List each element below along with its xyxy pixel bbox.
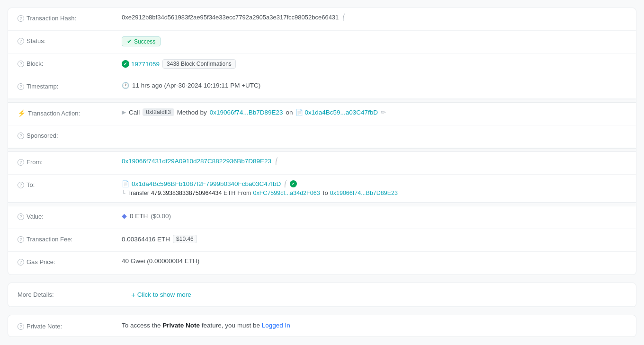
sponsored-label: ? Sponsored: [18, 131, 122, 139]
from-address-link[interactable]: 0x19066f7431df29A0910d287C8822936Bb7D89E… [122, 158, 271, 165]
timestamp-label: ? Timestamp: [18, 82, 122, 90]
transfer-row: └ Transfer 479.393838338750964434 ETH Fr… [122, 190, 398, 196]
block-value-col: ✔ 19771059 3438 Block Confirmations [122, 59, 626, 69]
eth-diamond-icon: ◆ [122, 212, 127, 220]
transfer-to-address-link[interactable]: 0x19066f74...Bb7D89E23 [330, 190, 398, 196]
more-details-link[interactable]: + Click to show more [131, 291, 191, 299]
transaction-hash-label: ? Transaction Hash: [18, 14, 122, 22]
to-verified-icon: ✔ [290, 180, 297, 187]
value-label: ? Value: [18, 212, 122, 220]
block-row: ? Block: ✔ 19771059 3438 Block Confirmat… [8, 53, 636, 76]
private-note-label: ? Private Note: [18, 322, 122, 330]
transaction-action-label: ⚡ Transaction Action: [18, 108, 122, 117]
transaction-action-value-col: ▶ Call 0xf2afdff3 Method by 0x19066f74..… [122, 108, 626, 116]
private-note-card: ? Private Note: To access the Private No… [8, 315, 636, 337]
transaction-hash-row: ? Transaction Hash: 0xe2912b8bf34d561983… [8, 8, 636, 31]
from-label: ? From: [18, 158, 122, 166]
more-details-card: More Details: + Click to show more [8, 283, 636, 307]
gas-price-row: ? Gas Price: 40 Gwei (0.00000004 ETH) [8, 252, 636, 274]
help-icon-sponsored[interactable]: ? [18, 133, 24, 139]
help-icon-gas[interactable]: ? [18, 259, 24, 265]
help-icon-status[interactable]: ? [18, 38, 24, 44]
method-badge: 0xf2afdff3 [143, 108, 174, 116]
to-label: ? To: [18, 180, 122, 188]
timestamp-row: ? Timestamp: 🕐 11 hrs ago (Apr-30-2024 1… [8, 76, 636, 99]
from-value-col: 0x19066f7431df29A0910d287C8822936Bb7D89E… [122, 158, 626, 165]
contract-address-link[interactable]: 0x1da4Bc59...a03C47fbD [304, 109, 378, 116]
timestamp-value-col: 🕐 11 hrs ago (Apr-30-2024 10:19:11 PM +U… [122, 82, 626, 89]
value-row: ? Value: ◆ 0 ETH ($0.00) [8, 206, 636, 229]
separator-2 [8, 148, 636, 152]
private-note-value-col: To access the Private Note feature, you … [122, 322, 626, 329]
more-details-row: More Details: + Click to show more [8, 283, 636, 307]
method-by-address-link[interactable]: 0x19066f74...Bb7D89E23 [210, 109, 283, 116]
contract-doc-icon: 📄 [295, 109, 303, 116]
to-address-line: 📄 0x1da4Bc596BFb1087f2F7999b0340Fcba03C4… [122, 180, 398, 187]
status-label: ? Status: [18, 36, 122, 44]
value-value-col: ◆ 0 ETH ($0.00) [122, 212, 626, 220]
status-badge: ✔ Success [122, 36, 161, 46]
to-address-link[interactable]: 0x1da4Bc596BFb1087f2F7999b0340Fcba03C47f… [132, 180, 281, 187]
transfer-arrow-icon: └ [122, 190, 125, 196]
clock-icon: 🕐 [122, 82, 129, 89]
private-note-row: ? Private Note: To access the Private No… [8, 315, 636, 336]
transaction-fee-row: ? Transaction Fee: 0.00364416 ETH $10.46 [8, 229, 636, 252]
more-details-label: More Details: [18, 291, 122, 298]
transaction-fee-value-col: 0.00364416 ETH $10.46 [122, 235, 626, 243]
to-address-container: 📄 0x1da4Bc596BFb1087f2F7999b0340Fcba03C4… [122, 180, 398, 196]
separator-3 [8, 203, 636, 206]
edit-icon[interactable]: ✏ [381, 109, 386, 116]
to-row: ? To: 📄 0x1da4Bc596BFb1087f2F7999b0340Fc… [8, 175, 636, 203]
help-icon-to[interactable]: ? [18, 182, 24, 188]
copy-to-icon[interactable]: ⎛ [284, 180, 287, 187]
block-verified-icon: ✔ [122, 60, 129, 68]
logged-in-link[interactable]: Logged In [262, 322, 290, 329]
from-row: ? From: 0x19066f7431df29A0910d287C882293… [8, 152, 636, 175]
block-label: ? Block: [18, 59, 122, 67]
call-arrow-icon: ▶ [122, 109, 126, 115]
gas-price-label: ? Gas Price: [18, 257, 122, 265]
sponsored-row: ? Sponsored: [8, 125, 636, 148]
copy-from-icon[interactable]: ⎛ [275, 158, 278, 165]
help-icon-hash[interactable]: ? [18, 15, 24, 22]
transfer-from-address-link[interactable]: 0xFC7599cf...a34d2F063 [253, 190, 320, 196]
check-icon: ✔ [127, 38, 132, 45]
contract-doc-icon-to: 📄 [122, 180, 129, 187]
copy-hash-icon[interactable]: ⎛ [342, 14, 346, 21]
help-icon-from[interactable]: ? [18, 159, 24, 166]
help-icon-block[interactable]: ? [18, 61, 24, 67]
help-icon-value[interactable]: ? [18, 213, 24, 220]
transaction-fee-label: ? Transaction Fee: [18, 235, 122, 243]
block-confirmations-badge: 3438 Block Confirmations [162, 59, 236, 69]
lightning-icon: ⚡ [18, 109, 26, 117]
to-value-col: 📄 0x1da4Bc596BFb1087f2F7999b0340Fcba03C4… [122, 180, 626, 196]
gas-price-value-col: 40 Gwei (0.00000004 ETH) [122, 257, 626, 265]
transaction-hash-value-col: 0xe2912b8bf34d561983f2ae95f34e33ecc7792a… [122, 14, 626, 21]
help-icon-timestamp[interactable]: ? [18, 83, 24, 90]
block-number-link[interactable]: 19771059 [131, 61, 160, 68]
transaction-hash-value: 0xe2912b8bf34d561983f2ae95f34e33ecc7792a… [122, 14, 339, 21]
help-icon-private-note[interactable]: ? [18, 323, 24, 330]
help-icon-fee[interactable]: ? [18, 236, 24, 243]
transaction-action-row: ⚡ Transaction Action: ▶ Call 0xf2afdff3 … [8, 103, 636, 125]
transaction-fee-usd-badge: $10.46 [173, 235, 197, 243]
separator-1 [8, 99, 636, 103]
private-note-text: To access the Private Note feature, you … [122, 322, 290, 329]
status-row: ? Status: ✔ Success [8, 31, 636, 53]
status-value-col: ✔ Success [122, 36, 626, 46]
